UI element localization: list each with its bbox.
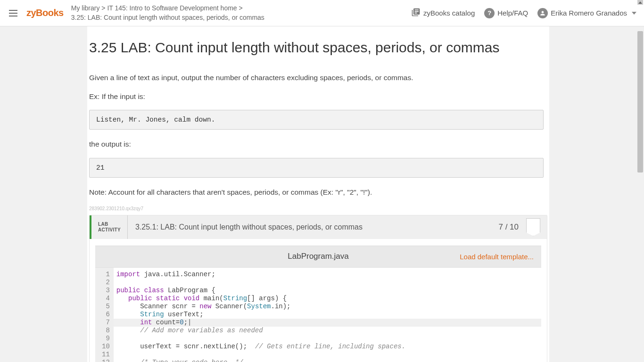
user-icon (537, 8, 548, 18)
menu-icon[interactable] (8, 8, 19, 19)
outer-scrollbar-up[interactable] (637, 0, 643, 5)
library-icon (411, 8, 421, 18)
logo[interactable]: zyBooks (26, 8, 64, 18)
catalog-link[interactable]: zyBooks catalog (411, 8, 475, 18)
help-icon: ? (484, 8, 495, 18)
user-menu[interactable]: Erika Romero Granados (537, 8, 636, 18)
breadcrumb-current: 3.25: LAB: Count input length without sp… (71, 13, 411, 23)
breadcrumb: My library > IT 145: Intro to Software D… (71, 4, 411, 22)
breadcrumb-link-library[interactable]: My library (71, 4, 100, 12)
help-link[interactable]: ? Help/FAQ (484, 8, 528, 18)
chevron-down-icon (632, 12, 636, 15)
breadcrumb-link-course[interactable]: IT 145: Intro to Software Development ho… (107, 4, 237, 12)
topbar: zyBooks My library > IT 145: Intro to So… (0, 0, 644, 26)
